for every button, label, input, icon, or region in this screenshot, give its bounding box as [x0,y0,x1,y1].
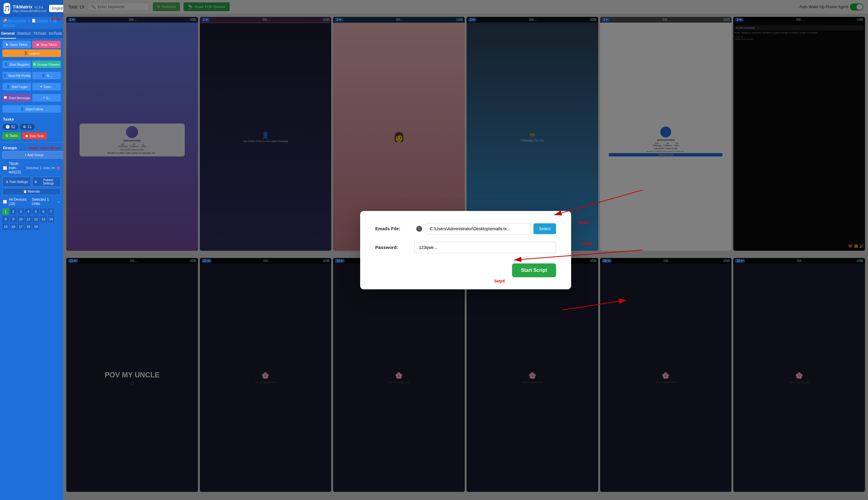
dev-num-8[interactable]: 8 [2,216,9,223]
group-checkbox[interactable] [3,166,7,170]
add-group-btn[interactable]: + Add Group [2,151,63,159]
emails-label: Emails File: [375,226,414,231]
group-selected-units: Selected 1 Units [26,166,50,170]
scrape-flowers-btn[interactable]: ✿ Scrape Flowers [32,60,61,68]
sidebar-controls: English Chinese Japanese ⚙ ◀ [49,5,63,12]
dev-num-13[interactable]: 13 [40,216,47,223]
start-script-btn[interactable]: Start Script [512,263,556,277]
logout-icon: 🚪 [24,51,28,55]
group-actions: ✏ 🗑 [52,166,60,170]
stop-tiktok-icon: ⏹ [36,43,39,46]
groups-header: Groups Setp1: select device [0,144,63,151]
task-count-1: 🕐 52 [2,124,18,130]
divider-1 [0,142,63,143]
edit-group-btn[interactable]: ✏ [52,166,55,170]
dev-num-11[interactable]: 11 [25,216,32,223]
materials-btn[interactable]: 📋 Materials [2,188,61,195]
setp2-label: Setp2 [51,16,61,21]
language-select[interactable]: English Chinese Japanese [49,5,63,12]
setp1-label: Setp1: select device [28,146,60,150]
tasks-row: 🕐 52 ⚙ 11 [0,123,63,131]
emails-input[interactable] [425,223,530,235]
clock-icon: 🕐 [5,125,10,129]
dev-num-12[interactable]: 12 [33,216,39,223]
tasks-btn-icon: ⚙ [5,134,9,137]
dev-num-14[interactable]: 14 [48,216,54,223]
modal-overlay[interactable]: Setp3 Emails File: ! Select Setp4 Passwo… [63,0,868,500]
main-area: Total: 19 🔍 ↻ Refresh 📡 Scan TCP Device … [63,0,868,500]
train-settings-btn[interactable]: ⚙ Train Settings [2,177,31,187]
tasks-title: Tasks [0,115,63,123]
svg-line-3 [562,300,627,310]
app-title-block: TikMatrix v1.9.4 https://www.tikmatrix.c… [13,4,47,13]
all-devices-row: All Devices (19) Selected 1 Units → [0,196,63,207]
delete-group-btn[interactable]: 🗑 [56,166,60,170]
dev-num-18[interactable]: 18 [25,223,32,230]
btn-group-5: 💬 Start Message ↗ S... [0,92,63,103]
dev-num-5[interactable]: 5 [33,208,39,215]
share-icon: ↗ [42,96,45,100]
dev-num-19[interactable]: 19 [33,223,39,230]
logout-btn[interactable]: 🚪 Logout [2,49,61,57]
dev-num-7[interactable]: 7 [48,208,54,215]
all-selected-units: Selected 1 Units [32,197,56,206]
all-devices-label: All Devices (19) [3,197,32,206]
stop-task-btn[interactable]: ⏹ Stop Task [22,132,47,139]
n-btn[interactable]: 👤 N... [32,72,61,79]
dev-num-10[interactable]: 10 [18,216,24,223]
start-follow-btn[interactable]: 👤 Start Follow [2,105,61,113]
expand-btn[interactable]: → [56,200,60,204]
dev-num-15[interactable]: 15 [2,223,9,230]
emails-input-wrap: ! Select [414,223,556,235]
password-input[interactable] [414,242,556,253]
modal-dialog: Setp3 Emails File: ! Select Setp4 Passwo… [360,211,571,289]
setp3-label: Setp3 [579,220,589,225]
btn-group-1: ▶ Open Tiktok ⏹ Stop Tiktok 🚪 Logout [0,39,63,59]
stop-tiktok-btn[interactable]: ⏹ Stop Tiktok [32,41,61,48]
dev-num-4[interactable]: 4 [25,208,32,215]
start-login-btn[interactable]: 👤 Start Login [2,83,31,90]
fill-profile-icon: 👤 [3,73,7,78]
btn-group-3: 👤 Start Fill Profile 👤 N... [0,70,63,81]
tab-tktools[interactable]: TKTools [32,29,47,38]
publish-settings-btn[interactable]: ⚙ Publish Settings [32,177,61,187]
n-icon: 👤 [41,73,46,78]
login-icon: 👤 [6,85,10,89]
open-tiktok-btn[interactable]: ▶ Open Tiktok [2,41,31,48]
dev-num-3[interactable]: 3 [18,208,24,215]
dev-num-9[interactable]: 9 [10,216,16,223]
start-fill-profile-btn[interactable]: 👤 Start Fill Profile [2,72,31,79]
dev-num-2[interactable]: 2 [10,208,16,215]
tab-shortcut[interactable]: Shortcut [16,29,32,38]
app-logo: 🎵 [4,3,10,14]
app-name: TikMatrix [13,4,33,9]
nav-tabs: General Shortcut TKTools InsTools [0,29,63,39]
start-x-btn[interactable]: ✦ Start... [32,83,61,90]
select-file-btn[interactable]: Select [534,223,556,234]
setp4-label: Setp4 [582,241,592,246]
group-item: Tiktok-train-test(13) Selected 1 Units ✏… [0,160,63,175]
emails-field: Emails File: ! Select [375,223,556,235]
all-devices-checkbox[interactable] [3,200,7,204]
start-register-btn[interactable]: 👤 Start Register [2,60,31,68]
info-icon[interactable]: ! [416,226,422,232]
start-message-btn[interactable]: 💬 Start Message [2,94,31,102]
s-btn[interactable]: ↗ S... [32,94,61,102]
app-url: https://www.tikmatrix.com [13,9,47,13]
btn-group-6: 👤 Start Follow [0,103,63,115]
dev-num-16[interactable]: 16 [10,223,16,230]
follow-icon: 👤 [20,107,24,111]
tab-general[interactable]: General [0,29,16,38]
tasks-btn[interactable]: ⚙ Tasks [2,132,21,139]
dev-num-1[interactable]: 1 [2,208,9,215]
tutorial-link[interactable]: 📄 Tutorial [32,19,48,22]
open-tiktok-icon: ▶ [6,43,9,46]
scrape-icon: ✿ [33,62,36,66]
tab-instools[interactable]: InsTools [48,29,63,38]
dev-num-6[interactable]: 6 [40,208,47,215]
task-count-2: ⚙ 11 [20,124,34,130]
buy-license-link[interactable]: 🔑 Buy License [3,19,26,22]
dev-num-17[interactable]: 17 [18,223,24,230]
sidebar-header: 🎵 TikMatrix v1.9.4 https://www.tikmatrix… [0,0,63,17]
btn-group-2: 👤 Start Register ✿ Scrape Flowers [0,59,63,70]
